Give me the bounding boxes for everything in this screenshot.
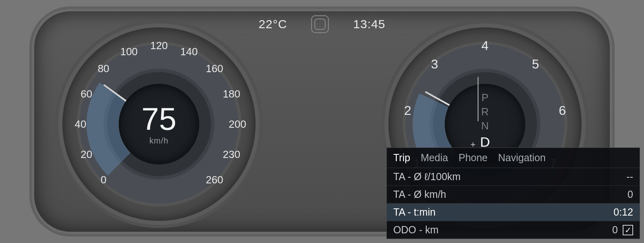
outside-temp: 22°C [258,17,287,31]
speed-tick: 60 [80,88,92,100]
speed-tick: 260 [206,173,223,186]
brand-icon [311,15,329,33]
menu-row-value: 0:12 [613,206,633,218]
rpm-tick: 4 [481,38,489,53]
speed-tick: 160 [206,62,223,75]
speed-tick: 20 [80,148,92,160]
menu-row-label: TA - Ø ℓ/100km [393,171,460,183]
tab-trip[interactable]: Trip [393,152,410,164]
menu-row-value: 0 [627,189,633,200]
gear-r: R [480,105,490,119]
menu-rows: TA - Ø ℓ/100km--TA - Ø km/h0TA - t:min0:… [387,168,640,239]
trip-menu: Trip Media Phone Navigation TA - Ø ℓ/100… [386,147,640,239]
gear-indicator: P R N D + − [480,91,490,152]
speed-tick: 140 [180,45,198,58]
clock: 13:45 [353,17,385,31]
tab-phone[interactable]: Phone [458,152,487,164]
rpm-tick: 3 [431,56,438,71]
speed-tick: 180 [223,88,240,100]
speed-tick: 100 [120,45,138,58]
menu-row-value: 0✓ [612,224,633,236]
menu-row[interactable]: TA - t:min0:12 [387,204,640,221]
menu-row-label: ODO - km [393,224,439,236]
menu-row[interactable]: TA - Ø km/h0 [387,186,640,204]
tab-media[interactable]: Media [421,152,448,164]
gear-n: N [480,119,490,133]
speed-tick: 40 [75,118,87,131]
speed-tick: 200 [229,118,246,131]
speed-tick: 80 [98,62,109,75]
speed-unit: km/h [149,136,168,145]
speedometer: 020406080100120140160180200230260 75 km/… [62,27,256,221]
gear-line-icon [478,77,479,121]
speed-value: 75 [142,103,177,135]
menu-row-value: -- [626,171,633,183]
rpm-tick: 2 [404,103,411,118]
menu-tabs: Trip Media Phone Navigation [387,148,640,168]
speed-tick: 120 [150,39,167,52]
speedometer-center: 75 km/h [119,84,199,164]
rpm-tick: 5 [532,56,539,71]
menu-row-label: TA - t:min [393,206,436,218]
menu-row[interactable]: TA - Ø ℓ/100km-- [387,168,640,186]
speed-tick: 230 [223,148,240,160]
checkbox-icon[interactable]: ✓ [623,225,633,235]
speed-tick: 0 [101,173,106,186]
menu-row-label: TA - Ø km/h [393,189,446,200]
tab-navigation[interactable]: Navigation [498,152,546,164]
menu-row[interactable]: ODO - km0✓ [387,221,640,239]
rpm-tick: 6 [559,103,566,118]
gear-p: P [480,91,490,105]
